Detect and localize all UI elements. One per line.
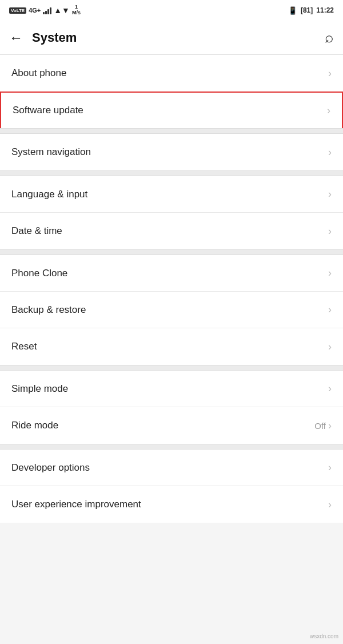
chevron-icon: ›: [328, 383, 332, 395]
section-navigation: System navigation ›: [0, 134, 343, 170]
menu-list-modes: Simple mode › Ride mode Off ›: [0, 371, 343, 444]
chevron-icon: ›: [328, 341, 332, 353]
signal-bar-1: [43, 12, 45, 14]
chevron-icon: ›: [328, 462, 332, 474]
page-title: System: [32, 30, 77, 45]
menu-item-reset[interactable]: Reset ›: [0, 328, 343, 365]
menu-item-ride-mode[interactable]: Ride mode Off ›: [0, 407, 343, 444]
section-about: About phone ›: [0, 55, 343, 92]
chevron-icon: ›: [328, 267, 332, 279]
about-phone-right: ›: [327, 67, 332, 79]
menu-item-user-experience[interactable]: User experience improvement ›: [0, 486, 343, 523]
menu-item-phone-clone[interactable]: Phone Clone ›: [0, 255, 343, 292]
signal-bar-2: [45, 11, 47, 14]
menu-item-software-update[interactable]: Software update ›: [0, 92, 343, 128]
chevron-icon: ›: [328, 304, 332, 316]
reset-right: ›: [327, 341, 332, 353]
date-time-right: ›: [327, 225, 332, 237]
ride-mode-right: Off ›: [314, 420, 332, 432]
status-bar-left: VoLTE 4G+ ▲▼ 1 M/s: [9, 5, 81, 16]
menu-item-simple-mode[interactable]: Simple mode ›: [0, 371, 343, 407]
software-update-label: Software update: [13, 105, 83, 116]
sim-icon: 📱: [288, 6, 297, 15]
menu-list-software: Software update ›: [0, 92, 343, 128]
signal-bar-4: [50, 7, 51, 14]
menu-item-backup-restore[interactable]: Backup & restore ›: [0, 292, 343, 328]
system-navigation-label: System navigation: [11, 146, 91, 158]
user-experience-right: ›: [327, 499, 332, 511]
volte-indicator: VoLTE: [9, 7, 26, 14]
chevron-icon: ›: [327, 105, 330, 117]
ride-mode-label: Ride mode: [11, 420, 58, 431]
developer-options-label: Developer options: [11, 462, 90, 474]
chevron-icon: ›: [328, 67, 332, 79]
section-software-update: Software update ›: [0, 92, 343, 128]
toolbar-left: ← System: [9, 30, 77, 46]
simple-mode-label: Simple mode: [11, 383, 68, 395]
backup-restore-label: Backup & restore: [11, 304, 86, 316]
battery-level: [81]: [301, 6, 313, 14]
divider-2: [0, 170, 343, 176]
menu-item-date-time[interactable]: Date & time ›: [0, 213, 343, 249]
network-type: 4G+: [29, 7, 41, 14]
backup-restore-right: ›: [327, 304, 332, 316]
toolbar: ← System ⌕: [0, 21, 343, 55]
ride-mode-value: Off: [314, 421, 326, 431]
menu-item-about-phone[interactable]: About phone ›: [0, 55, 343, 92]
user-experience-label: User experience improvement: [11, 499, 141, 510]
search-button[interactable]: ⌕: [325, 29, 334, 46]
signal-bar-3: [47, 9, 49, 14]
chevron-icon: ›: [328, 499, 332, 511]
divider-4: [0, 365, 343, 371]
section-language-date: Language & input › Date & time ›: [0, 176, 343, 249]
phone-clone-right: ›: [327, 267, 332, 279]
chevron-icon: ›: [328, 146, 332, 158]
section-developer: Developer options › User experience impr…: [0, 450, 343, 523]
menu-list-backup: Phone Clone › Backup & restore › Reset ›: [0, 255, 343, 365]
menu-item-language-input[interactable]: Language & input ›: [0, 176, 343, 213]
system-navigation-right: ›: [327, 146, 332, 158]
date-time-label: Date & time: [11, 225, 62, 237]
software-update-right: ›: [326, 105, 330, 117]
menu-list-about: About phone ›: [0, 55, 343, 92]
menu-item-developer-options[interactable]: Developer options ›: [0, 450, 343, 486]
chevron-icon: ›: [328, 188, 332, 200]
about-phone-label: About phone: [11, 67, 66, 79]
section-modes: Simple mode › Ride mode Off ›: [0, 371, 343, 444]
divider-1: [0, 128, 343, 134]
language-input-right: ›: [327, 188, 332, 200]
watermark: wsxdn.com: [310, 633, 338, 639]
menu-list-language: Language & input › Date & time ›: [0, 176, 343, 249]
developer-options-right: ›: [327, 462, 332, 474]
back-button[interactable]: ←: [9, 30, 23, 46]
simple-mode-right: ›: [327, 383, 332, 395]
menu-item-system-navigation[interactable]: System navigation ›: [0, 134, 343, 170]
chevron-icon: ›: [328, 420, 332, 432]
divider-3: [0, 249, 343, 255]
status-bar-right: 📱 [81] 11:22: [288, 6, 334, 15]
wifi-icon: ▲▼: [54, 6, 70, 15]
language-input-label: Language & input: [11, 189, 87, 200]
chevron-icon: ›: [328, 225, 332, 237]
status-bar: VoLTE 4G+ ▲▼ 1 M/s 📱 [81] 11:22: [0, 0, 343, 21]
clock: 11:22: [316, 6, 334, 14]
network-speed: 1 M/s: [72, 5, 81, 16]
section-backup: Phone Clone › Backup & restore › Reset ›: [0, 255, 343, 365]
menu-list-navigation: System navigation ›: [0, 134, 343, 170]
reset-label: Reset: [11, 341, 37, 352]
menu-list-developer: Developer options › User experience impr…: [0, 450, 343, 523]
signal-bars: [43, 6, 51, 14]
divider-5: [0, 444, 343, 450]
phone-clone-label: Phone Clone: [11, 268, 67, 279]
